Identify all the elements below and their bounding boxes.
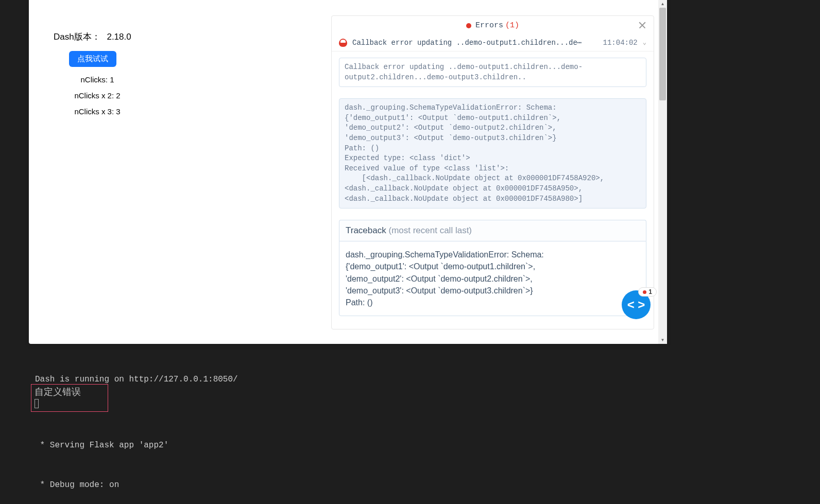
error-panel: Errors (1) Callback error updating ..dem… (331, 15, 654, 329)
cursor-icon (35, 399, 39, 408)
error-title: Errors (475, 21, 503, 30)
version-value: 2.18.0 (107, 32, 131, 42)
browser-viewport: Dash版本： 2.18.0 点我试试 nClicks: 1 nClicks x… (29, 0, 667, 344)
error-full-message: Callback error updating ..demo-output1.c… (339, 58, 646, 87)
traceback-header: Traceback (most recent call last) (339, 220, 646, 241)
output-nclicks-1: nClicks: 1 (54, 75, 141, 84)
terminal-output: Dash is running on http://127.0.0.1:8050… (35, 347, 799, 504)
error-timestamp: 11:04:02 (603, 39, 638, 47)
custom-error-annotation: 自定义错误 (31, 384, 108, 412)
version-label: Dash版本： (54, 32, 100, 42)
traceback-title: Traceback (346, 225, 386, 235)
error-stack: dash._grouping.SchemaTypeValidationError… (339, 98, 646, 208)
app-content: Dash版本： 2.18.0 点我试试 nClicks: 1 nClicks x… (54, 31, 208, 123)
terminal-line: Dash is running on http://127.0.0.1:8050… (35, 373, 799, 387)
error-summary-text: Callback error updating ..demo-output1.c… (352, 38, 596, 47)
error-summary-row[interactable]: Callback error updating ..demo-output1.c… (332, 36, 654, 51)
error-count: (1) (505, 21, 519, 30)
debug-fab-badge: 1 (638, 287, 657, 297)
try-button[interactable]: 点我试试 (69, 51, 116, 67)
debug-fab-glyph: < > (627, 298, 645, 312)
traceback-subtitle: (most recent call last) (388, 225, 472, 235)
terminal-line: * Debug mode: on (35, 479, 799, 492)
close-icon[interactable] (637, 20, 647, 30)
version-row: Dash版本： 2.18.0 (54, 31, 208, 43)
error-mushroom-icon (339, 39, 347, 47)
badge-count: 1 (648, 288, 652, 296)
chevron-down-icon: ⌄ (643, 39, 646, 46)
badge-dot-icon (643, 290, 646, 294)
error-panel-header: Errors (1) (332, 16, 654, 36)
scroll-up-icon[interactable]: ▲ (658, 0, 667, 8)
terminal-line: * Serving Flask app 'app2' (35, 439, 799, 453)
scroll-down-icon[interactable]: ▼ (658, 336, 667, 344)
scrollbar-track[interactable]: ▲ ▼ (658, 0, 667, 344)
error-dot-icon (466, 23, 471, 28)
scrollbar-thumb[interactable] (659, 8, 666, 100)
error-body: Callback error updating ..demo-output1.c… (332, 51, 654, 329)
output-nclicks-2: nClicks x 2: 2 (54, 91, 141, 100)
debug-fab-button[interactable]: < > 1 (622, 290, 651, 319)
traceback-body: dash._grouping.SchemaTypeValidationError… (339, 241, 646, 316)
custom-error-text: 自定义错误 (35, 386, 105, 398)
output-nclicks-3: nClicks x 3: 3 (54, 107, 141, 116)
